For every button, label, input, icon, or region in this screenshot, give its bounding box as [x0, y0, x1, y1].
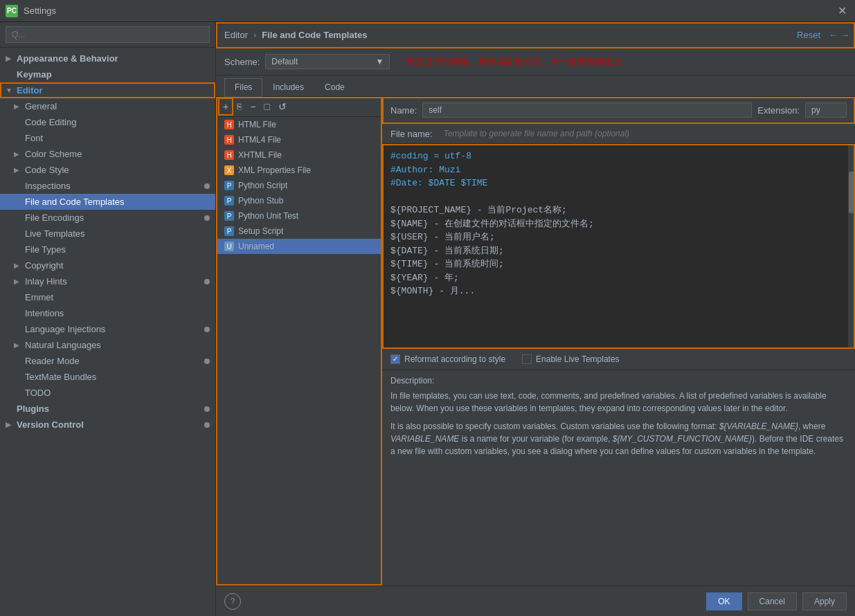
- description-paragraph-2: It is also possible to specify custom va…: [390, 420, 847, 458]
- name-input[interactable]: [422, 102, 752, 118]
- sidebar-label: Intentions: [25, 308, 64, 318]
- expand-icon: ▶: [14, 341, 22, 349]
- add-template-button[interactable]: +: [220, 100, 231, 114]
- sidebar-item-general[interactable]: ▶ General: [0, 98, 215, 114]
- file-item-python-stub[interactable]: P Python Stub: [216, 193, 381, 208]
- reformat-checkbox-label[interactable]: ✓ Reformat according to style: [390, 354, 505, 364]
- spacer-icon: [6, 405, 14, 413]
- file-item-xml[interactable]: X XML Properties File: [216, 163, 381, 178]
- title-bar: PC Settings ✕: [0, 0, 855, 22]
- sidebar-item-inspections[interactable]: Inspections: [0, 178, 215, 194]
- sidebar-item-language-injections[interactable]: Language Injections: [0, 321, 215, 337]
- sidebar-label: File and Code Templates: [25, 197, 125, 207]
- scrollbar-thumb: [849, 172, 854, 213]
- filename-input[interactable]: [438, 127, 847, 141]
- sidebar-item-editor[interactable]: ▼ Editor: [0, 82, 215, 98]
- apply-button[interactable]: Apply: [802, 592, 847, 610]
- sidebar-item-emmet[interactable]: Emmet: [0, 289, 215, 305]
- sidebar-item-live-templates[interactable]: Live Templates: [0, 226, 215, 242]
- tab-bar: Files Includes Code: [216, 75, 855, 97]
- file-item-label: HTML4 File: [238, 135, 281, 145]
- spacer-icon: [14, 214, 22, 221]
- sidebar-item-font[interactable]: Font: [0, 130, 215, 146]
- search-input[interactable]: [6, 26, 210, 43]
- tab-code[interactable]: Code: [314, 78, 355, 96]
- code-line-8: ${DATE} - 当前系统日期;: [390, 244, 840, 258]
- description-paragraph-1: In file templates, you can use text, cod…: [390, 390, 847, 458]
- sidebar-label: Font: [25, 133, 43, 143]
- close-button[interactable]: ✕: [835, 4, 849, 17]
- sidebar-item-copyright[interactable]: ▶ Copyright: [0, 257, 215, 273]
- duplicate-template-button[interactable]: □: [261, 100, 272, 114]
- file-item-html[interactable]: H HTML File: [216, 117, 381, 132]
- scheme-bar: Scheme: Default ▼ 自定义代码模板，用现成的也可以，不一定非要自…: [216, 48, 855, 75]
- code-line-9: ${TIME} - 当前系统时间;: [390, 257, 840, 271]
- sidebar-label: Inspections: [25, 181, 71, 191]
- scheme-select[interactable]: Default ▼: [265, 54, 390, 69]
- nav-forward-button[interactable]: →: [840, 30, 849, 40]
- sidebar-item-natural-languages[interactable]: ▶ Natural Languages: [0, 337, 215, 353]
- expand-icon: ▶: [14, 166, 22, 174]
- sidebar-item-file-types[interactable]: File Types: [0, 242, 215, 257]
- sidebar-item-color-scheme[interactable]: ▶ Color Scheme: [0, 146, 215, 162]
- sidebar-item-code-style[interactable]: ▶ Code Style: [0, 162, 215, 178]
- sidebar-item-intentions[interactable]: Intentions: [0, 305, 215, 321]
- remove-template-button[interactable]: −: [247, 100, 258, 114]
- sidebar-item-textmate-bundles[interactable]: TextMate Bundles: [0, 369, 215, 385]
- expand-icon: ▶: [14, 262, 22, 269]
- code-editor[interactable]: #coding = utf-8 #Author: Muzi #Date: $DA…: [382, 144, 848, 349]
- expand-icon: ▶: [14, 102, 22, 110]
- sidebar-label: Color Scheme: [25, 149, 82, 159]
- code-line-6: ${NAME} - 在创建文件的对话框中指定的文件名;: [390, 217, 840, 231]
- sidebar-item-code-editing[interactable]: Code Editing: [0, 114, 215, 130]
- scheme-annotation: 自定义代码模板，用现成的也可以，不一定非要自定义: [406, 55, 622, 68]
- file-item-label: Unnamed: [238, 242, 274, 251]
- sidebar-label: Live Templates: [25, 228, 84, 239]
- sidebar-item-file-code-templates[interactable]: File and Code Templates: [0, 194, 215, 210]
- help-button[interactable]: ?: [224, 593, 241, 610]
- file-item-html4[interactable]: H HTML4 File: [216, 132, 381, 147]
- app-icon: PC: [6, 5, 18, 17]
- ok-button[interactable]: OK: [706, 592, 741, 610]
- extension-input[interactable]: [805, 102, 847, 118]
- sidebar-label: Copyright: [25, 260, 64, 271]
- file-item-unnamed[interactable]: U Unnamed: [216, 239, 381, 254]
- nav-back-button[interactable]: ←: [829, 30, 838, 40]
- tab-files[interactable]: Files: [224, 78, 262, 97]
- reset-template-button[interactable]: ↺: [276, 100, 289, 114]
- code-scrollbar[interactable]: [848, 144, 855, 349]
- live-templates-checkbox[interactable]: [522, 354, 532, 364]
- file-item-label: HTML File: [238, 120, 276, 129]
- live-templates-label: Enable Live Templates: [536, 354, 620, 364]
- bottom-bar: ? OK Cancel Apply: [216, 586, 855, 616]
- code-line-10: ${YEAR} - 年;: [390, 271, 840, 285]
- sidebar-item-version-control[interactable]: ▶ Version Control: [0, 417, 215, 433]
- sidebar-item-appearance[interactable]: ▶ Appearance & Behavior: [0, 51, 215, 66]
- copy-template-button[interactable]: ⎘: [234, 100, 244, 113]
- sidebar-item-todo[interactable]: TODO: [0, 385, 215, 401]
- sidebar-item-file-encodings[interactable]: File Encodings: [0, 210, 215, 226]
- reformat-label: Reformat according to style: [404, 354, 505, 364]
- file-item-xhtml[interactable]: H XHTML File: [216, 147, 381, 163]
- reset-button[interactable]: Reset: [797, 30, 820, 40]
- file-item-python-unit-test[interactable]: P Python Unit Test: [216, 208, 381, 224]
- reformat-checkbox[interactable]: ✓: [390, 354, 400, 364]
- window-title: Settings: [24, 6, 835, 16]
- code-line-7: ${USER} - 当前用户名;: [390, 230, 840, 244]
- sidebar-item-keymap[interactable]: Keymap: [0, 66, 215, 82]
- sidebar-item-plugins[interactable]: Plugins: [0, 401, 215, 417]
- sidebar-label: TextMate Bundles: [25, 372, 96, 382]
- spacer-icon: [14, 357, 22, 365]
- cancel-button[interactable]: Cancel: [748, 592, 797, 610]
- tab-includes[interactable]: Includes: [262, 78, 314, 96]
- file-tree: H HTML File H HTML4 File H XHTML File: [216, 117, 381, 586]
- file-item-label: XML Properties File: [238, 165, 311, 175]
- indicator-dot: [204, 183, 210, 189]
- file-item-python-script[interactable]: P Python Script: [216, 178, 381, 193]
- sidebar: ▶ Appearance & Behavior Keymap ▼ Editor …: [0, 22, 216, 616]
- file-item-setup-script[interactable]: P Setup Script: [216, 224, 381, 239]
- sidebar-item-inlay-hints[interactable]: ▶ Inlay Hints: [0, 273, 215, 289]
- sidebar-item-reader-mode[interactable]: Reader Mode: [0, 353, 215, 369]
- file-item-label: Setup Script: [238, 226, 283, 236]
- live-templates-checkbox-label[interactable]: Enable Live Templates: [522, 354, 620, 364]
